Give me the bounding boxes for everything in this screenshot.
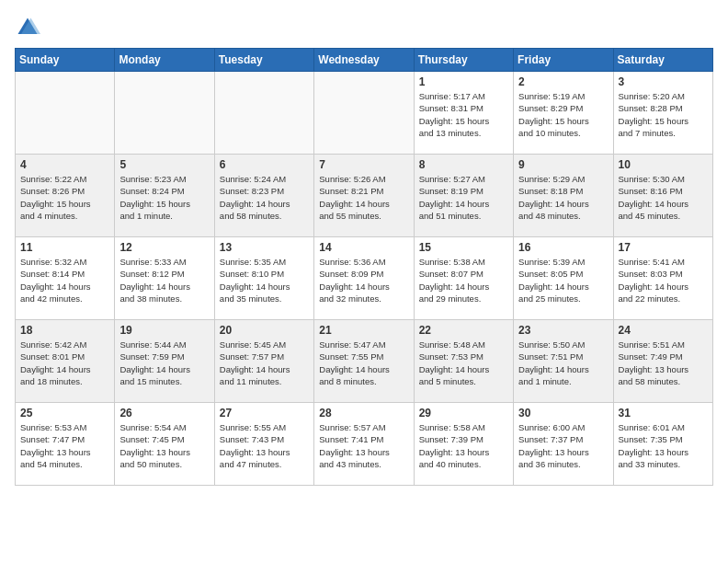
calendar-cell: 30Sunrise: 6:00 AM Sunset: 7:37 PM Dayli… <box>514 403 613 486</box>
calendar-cell <box>314 72 414 155</box>
day-info: Sunrise: 5:26 AM Sunset: 8:21 PM Dayligh… <box>319 173 408 222</box>
day-number: 21 <box>319 324 408 337</box>
day-info: Sunrise: 5:53 AM Sunset: 7:47 PM Dayligh… <box>20 421 109 470</box>
week-row-3: 11Sunrise: 5:32 AM Sunset: 8:14 PM Dayli… <box>16 237 713 320</box>
calendar-cell: 22Sunrise: 5:48 AM Sunset: 7:53 PM Dayli… <box>414 320 513 403</box>
day-info: Sunrise: 5:38 AM Sunset: 8:07 PM Dayligh… <box>419 256 508 304</box>
calendar-cell <box>214 72 313 155</box>
day-number: 14 <box>319 241 408 254</box>
header-day-monday: Monday <box>115 49 214 72</box>
calendar-cell: 31Sunrise: 6:01 AM Sunset: 7:35 PM Dayli… <box>613 403 712 486</box>
calendar-cell: 27Sunrise: 5:55 AM Sunset: 7:43 PM Dayli… <box>214 403 313 486</box>
calendar-cell <box>115 72 214 155</box>
day-number: 30 <box>518 407 608 419</box>
day-info: Sunrise: 5:17 AM Sunset: 8:31 PM Dayligh… <box>419 90 508 139</box>
calendar-cell: 2Sunrise: 5:19 AM Sunset: 8:29 PM Daylig… <box>514 72 613 155</box>
header-day-sunday: Sunday <box>16 49 115 72</box>
calendar-cell: 7Sunrise: 5:26 AM Sunset: 8:21 PM Daylig… <box>314 155 414 237</box>
day-number: 18 <box>20 324 109 337</box>
calendar-cell: 20Sunrise: 5:45 AM Sunset: 7:57 PM Dayli… <box>214 320 313 403</box>
calendar-cell: 14Sunrise: 5:36 AM Sunset: 8:09 PM Dayli… <box>314 237 414 320</box>
calendar-cell: 24Sunrise: 5:51 AM Sunset: 7:49 PM Dayli… <box>613 320 712 403</box>
day-info: Sunrise: 5:19 AM Sunset: 8:29 PM Dayligh… <box>518 90 608 139</box>
calendar-cell: 17Sunrise: 5:41 AM Sunset: 8:03 PM Dayli… <box>613 237 712 320</box>
day-number: 3 <box>619 75 708 88</box>
day-number: 6 <box>220 158 309 171</box>
day-number: 12 <box>119 241 209 254</box>
day-info: Sunrise: 5:36 AM Sunset: 8:09 PM Dayligh… <box>319 256 408 304</box>
day-number: 26 <box>119 407 209 419</box>
week-row-2: 4Sunrise: 5:22 AM Sunset: 8:26 PM Daylig… <box>16 155 713 237</box>
day-number: 11 <box>20 241 109 254</box>
calendar-cell <box>16 72 115 155</box>
day-info: Sunrise: 6:01 AM Sunset: 7:35 PM Dayligh… <box>619 421 708 470</box>
header-row: SundayMondayTuesdayWednesdayThursdayFrid… <box>16 49 713 72</box>
day-info: Sunrise: 5:29 AM Sunset: 8:18 PM Dayligh… <box>518 173 608 222</box>
page-header <box>15 15 713 40</box>
week-row-4: 18Sunrise: 5:42 AM Sunset: 8:01 PM Dayli… <box>16 320 713 403</box>
calendar-cell: 26Sunrise: 5:54 AM Sunset: 7:45 PM Dayli… <box>115 403 214 486</box>
day-info: Sunrise: 5:30 AM Sunset: 8:16 PM Dayligh… <box>619 173 708 222</box>
day-info: Sunrise: 5:44 AM Sunset: 7:59 PM Dayligh… <box>119 339 209 387</box>
calendar-cell: 28Sunrise: 5:57 AM Sunset: 7:41 PM Dayli… <box>314 403 414 486</box>
day-number: 5 <box>119 158 209 171</box>
calendar-cell: 6Sunrise: 5:24 AM Sunset: 8:23 PM Daylig… <box>214 155 313 237</box>
day-number: 15 <box>419 241 508 254</box>
calendar-cell: 29Sunrise: 5:58 AM Sunset: 7:39 PM Dayli… <box>414 403 513 486</box>
day-number: 17 <box>619 241 708 254</box>
day-info: Sunrise: 5:50 AM Sunset: 7:51 PM Dayligh… <box>518 339 608 387</box>
calendar-cell: 11Sunrise: 5:32 AM Sunset: 8:14 PM Dayli… <box>16 237 115 320</box>
day-number: 10 <box>619 158 708 171</box>
calendar-cell: 10Sunrise: 5:30 AM Sunset: 8:16 PM Dayli… <box>613 155 712 237</box>
day-info: Sunrise: 5:58 AM Sunset: 7:39 PM Dayligh… <box>419 421 508 470</box>
day-info: Sunrise: 5:35 AM Sunset: 8:10 PM Dayligh… <box>220 256 309 304</box>
calendar-body: 1Sunrise: 5:17 AM Sunset: 8:31 PM Daylig… <box>16 72 713 486</box>
day-info: Sunrise: 5:45 AM Sunset: 7:57 PM Dayligh… <box>220 339 309 387</box>
day-number: 27 <box>220 407 309 419</box>
day-number: 9 <box>518 158 608 171</box>
day-number: 22 <box>419 324 508 337</box>
day-info: Sunrise: 5:39 AM Sunset: 8:05 PM Dayligh… <box>518 256 608 304</box>
day-info: Sunrise: 5:51 AM Sunset: 7:49 PM Dayligh… <box>619 339 708 387</box>
day-info: Sunrise: 5:47 AM Sunset: 7:55 PM Dayligh… <box>319 339 408 387</box>
day-number: 19 <box>119 324 209 337</box>
calendar-cell: 12Sunrise: 5:33 AM Sunset: 8:12 PM Dayli… <box>115 237 214 320</box>
calendar-cell: 3Sunrise: 5:20 AM Sunset: 8:28 PM Daylig… <box>613 72 712 155</box>
day-number: 24 <box>619 324 708 337</box>
day-info: Sunrise: 5:20 AM Sunset: 8:28 PM Dayligh… <box>619 90 708 139</box>
day-number: 13 <box>220 241 309 254</box>
calendar-cell: 13Sunrise: 5:35 AM Sunset: 8:10 PM Dayli… <box>214 237 313 320</box>
day-info: Sunrise: 5:24 AM Sunset: 8:23 PM Dayligh… <box>220 173 309 222</box>
day-number: 4 <box>20 158 109 171</box>
day-number: 8 <box>419 158 508 171</box>
logo <box>15 15 44 40</box>
day-info: Sunrise: 5:32 AM Sunset: 8:14 PM Dayligh… <box>20 256 109 304</box>
day-info: Sunrise: 5:22 AM Sunset: 8:26 PM Dayligh… <box>20 173 109 222</box>
calendar-cell: 1Sunrise: 5:17 AM Sunset: 8:31 PM Daylig… <box>414 72 513 155</box>
day-info: Sunrise: 5:48 AM Sunset: 7:53 PM Dayligh… <box>419 339 508 387</box>
calendar-header: SundayMondayTuesdayWednesdayThursdayFrid… <box>16 49 713 72</box>
header-day-friday: Friday <box>514 49 613 72</box>
calendar-cell: 9Sunrise: 5:29 AM Sunset: 8:18 PM Daylig… <box>514 155 613 237</box>
calendar-cell: 19Sunrise: 5:44 AM Sunset: 7:59 PM Dayli… <box>115 320 214 403</box>
day-info: Sunrise: 6:00 AM Sunset: 7:37 PM Dayligh… <box>518 421 608 470</box>
header-day-thursday: Thursday <box>414 49 513 72</box>
logo-icon <box>15 15 40 40</box>
day-number: 20 <box>220 324 309 337</box>
day-info: Sunrise: 5:57 AM Sunset: 7:41 PM Dayligh… <box>319 421 408 470</box>
day-number: 2 <box>518 75 608 88</box>
header-day-wednesday: Wednesday <box>314 49 414 72</box>
day-info: Sunrise: 5:55 AM Sunset: 7:43 PM Dayligh… <box>220 421 309 470</box>
header-day-saturday: Saturday <box>613 49 712 72</box>
day-info: Sunrise: 5:42 AM Sunset: 8:01 PM Dayligh… <box>20 339 109 387</box>
header-day-tuesday: Tuesday <box>214 49 313 72</box>
day-number: 31 <box>619 407 708 419</box>
day-number: 25 <box>20 407 109 419</box>
day-number: 1 <box>419 75 508 88</box>
day-number: 16 <box>518 241 608 254</box>
week-row-1: 1Sunrise: 5:17 AM Sunset: 8:31 PM Daylig… <box>16 72 713 155</box>
day-info: Sunrise: 5:41 AM Sunset: 8:03 PM Dayligh… <box>619 256 708 304</box>
calendar-cell: 21Sunrise: 5:47 AM Sunset: 7:55 PM Dayli… <box>314 320 414 403</box>
calendar-cell: 4Sunrise: 5:22 AM Sunset: 8:26 PM Daylig… <box>16 155 115 237</box>
calendar-cell: 25Sunrise: 5:53 AM Sunset: 7:47 PM Dayli… <box>16 403 115 486</box>
